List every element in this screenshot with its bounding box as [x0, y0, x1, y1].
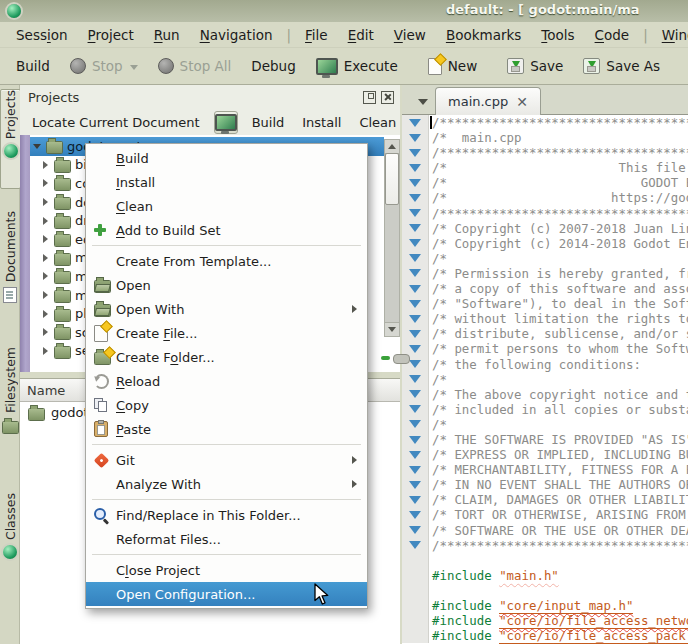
editor-line[interactable]: /* included in all copies or substantial…: [402, 402, 688, 417]
panel-close-icon[interactable]: [381, 91, 394, 104]
scrollbar-thumb[interactable]: [385, 153, 399, 205]
build-selection-button[interactable]: [214, 111, 238, 134]
fold-marker[interactable]: [402, 190, 429, 205]
collapsed-arrow-icon[interactable]: [40, 310, 50, 318]
editor-line[interactable]: /***************************************…: [402, 538, 688, 553]
context-menu-item-paste[interactable]: Paste: [86, 417, 367, 441]
fold-marker[interactable]: [402, 387, 429, 402]
editor-line[interactable]: /***************************************…: [402, 115, 688, 130]
fold-marker[interactable]: [402, 477, 429, 492]
context-menu-item-add-to-build-set[interactable]: Add to Build Set: [86, 218, 367, 242]
dropdown-arrow-icon[interactable]: [130, 65, 138, 70]
fold-marker[interactable]: [402, 266, 429, 281]
collapsed-arrow-icon[interactable]: [40, 161, 50, 169]
stop-all-button[interactable]: Stop All: [152, 54, 238, 78]
panel-install-button[interactable]: Install: [294, 112, 349, 133]
editor-line[interactable]: /* */: [402, 372, 688, 387]
fold-marker[interactable]: [402, 206, 429, 221]
menu-session[interactable]: Session: [6, 25, 78, 45]
sidebar-tab-classes[interactable]: Classes: [0, 493, 20, 597]
editor-line[interactable]: /* This file is part of: */: [402, 160, 688, 175]
collapsed-arrow-icon[interactable]: [40, 291, 50, 299]
build-button[interactable]: Build: [10, 54, 56, 78]
menu-file[interactable]: File: [295, 25, 338, 45]
locate-current-document-button[interactable]: Locate Current Document: [24, 112, 208, 133]
editor-line[interactable]: #include "core/input_map.h": [402, 598, 688, 613]
fold-marker[interactable]: [402, 326, 429, 341]
fold-marker[interactable]: [402, 402, 429, 417]
menu-code[interactable]: Code: [585, 25, 640, 45]
editor-line[interactable]: [402, 583, 688, 598]
fold-marker[interactable]: [402, 296, 429, 311]
editor-line[interactable]: #include "core/io/file_access_pack.h": [402, 628, 688, 643]
fold-marker[interactable]: [402, 145, 429, 160]
context-menu-item-clean[interactable]: Clean: [86, 194, 367, 218]
fold-marker[interactable]: [402, 236, 429, 251]
editor-line[interactable]: /* GODOT ENGINE */: [402, 175, 688, 190]
context-menu-item-analyze-with[interactable]: Analyze With: [86, 472, 367, 496]
collapsed-arrow-icon[interactable]: [40, 272, 50, 280]
context-menu-item-git[interactable]: Git: [86, 448, 367, 472]
save-button[interactable]: Save: [501, 54, 569, 78]
fold-marker[interactable]: [402, 523, 429, 538]
expanded-arrow-icon[interactable]: [32, 144, 42, 149]
context-menu-item-close-project[interactable]: Close Project: [86, 558, 367, 582]
collapsed-arrow-icon[interactable]: [40, 347, 50, 355]
panel-float-icon[interactable]: [363, 91, 376, 104]
context-menu-item-open-with[interactable]: Open With: [86, 297, 367, 321]
fold-marker[interactable]: [402, 281, 429, 296]
editor-line[interactable]: /* CLAIM, DAMAGES OR OTHER LIABILITY, WH…: [402, 492, 688, 507]
fold-marker[interactable]: [402, 251, 429, 266]
editor-line[interactable]: /* Copyright (c) 2014-2018 Godot Engine …: [402, 236, 688, 251]
fold-marker[interactable]: [402, 160, 429, 175]
fold-marker[interactable]: [402, 447, 429, 462]
menu-bookmarks[interactable]: Bookmarks: [436, 25, 531, 45]
stop-button[interactable]: Stop: [64, 54, 144, 78]
fold-marker[interactable]: [402, 417, 429, 432]
fold-marker[interactable]: [402, 130, 429, 145]
editor-line[interactable]: /* permit persons to whom the Software i…: [402, 341, 688, 356]
collapsed-arrow-icon[interactable]: [40, 217, 50, 225]
context-menu-item-create-from-template[interactable]: Create From Template...: [86, 249, 367, 273]
editor-line[interactable]: #include "core/io/file_access_network.h": [402, 613, 688, 628]
editor-line[interactable]: #include "main.h": [402, 568, 688, 583]
context-menu-item-reformat-files[interactable]: Reformat Files...: [86, 527, 367, 551]
undo-button[interactable]: Undo: [684, 53, 688, 79]
menu-run[interactable]: Run: [144, 25, 190, 45]
context-menu-item-install[interactable]: Install: [86, 170, 367, 194]
editor-line[interactable]: /***************************************…: [402, 206, 688, 221]
splitter-grip[interactable]: [393, 354, 410, 364]
editor-line[interactable]: /* IN NO EVENT SHALL THE AUTHORS OR COPY…: [402, 477, 688, 492]
context-menu-item-find-replace-in-this-folder[interactable]: Find/Replace in This Folder...: [86, 503, 367, 527]
menu-tools[interactable]: Tools: [531, 25, 584, 45]
splitter-grip-green[interactable]: [381, 356, 390, 360]
scroll-down-icon[interactable]: [385, 322, 399, 336]
editor-line[interactable]: /* main.cpp */: [402, 130, 688, 145]
editor-line[interactable]: /* MERCHANTABILITY, FITNESS FOR A PARTIC…: [402, 462, 688, 477]
editor-line[interactable]: /* */: [402, 417, 688, 432]
fold-marker[interactable]: [402, 311, 429, 326]
sidebar-tab-documents[interactable]: Documents: [0, 211, 20, 325]
fold-marker[interactable]: [402, 507, 429, 522]
scroll-up-icon[interactable]: [385, 140, 399, 154]
editor-line[interactable]: /* the following conditions: */: [402, 357, 688, 372]
editor-line[interactable]: /* a copy of this software and associate…: [402, 281, 688, 296]
editor-line[interactable]: /* SOFTWARE OR THE USE OR OTHER DEALINGS…: [402, 523, 688, 538]
editor-line[interactable]: /***************************************…: [402, 145, 688, 160]
fold-marker[interactable]: [402, 175, 429, 190]
context-menu-item-create-file[interactable]: Create File...: [86, 321, 367, 345]
fold-marker[interactable]: [402, 372, 429, 387]
editor-line[interactable]: /* EXPRESS OR IMPLIED, INCLUDING BUT NOT…: [402, 447, 688, 462]
menu-view[interactable]: View: [384, 25, 436, 45]
fold-marker[interactable]: [402, 538, 429, 553]
save-as-button[interactable]: Save As: [577, 54, 666, 78]
context-menu-item-copy[interactable]: Copy: [86, 393, 367, 417]
context-menu-item-build[interactable]: Build: [86, 146, 367, 170]
menu-edit[interactable]: Edit: [338, 25, 384, 45]
menu-window[interactable]: Window: [652, 25, 688, 45]
menu-project[interactable]: Project: [78, 25, 144, 45]
sidebar-tab-projects[interactable]: Projects: [0, 89, 21, 189]
fold-marker[interactable]: [402, 492, 429, 507]
execute-button[interactable]: Execute: [310, 54, 404, 79]
fold-marker[interactable]: [402, 432, 429, 447]
